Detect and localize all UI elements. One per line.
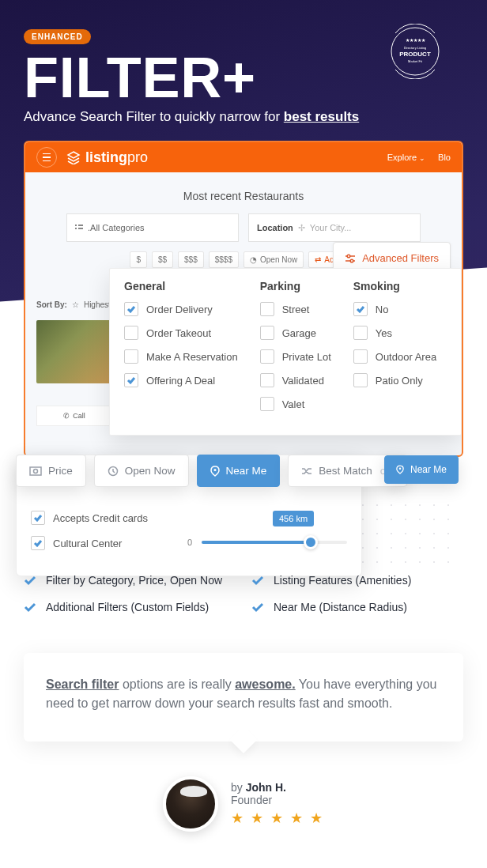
checkbox[interactable]	[31, 536, 45, 550]
svg-point-17	[399, 468, 402, 470]
near-me-button[interactable]: Near Me	[197, 455, 281, 487]
banknote-icon	[29, 466, 42, 476]
star-icon: ☆	[72, 300, 79, 309]
distance-slider[interactable]	[202, 541, 347, 544]
chevron-down-icon: ⌄	[419, 154, 425, 162]
checkbox[interactable]	[260, 373, 274, 387]
sliders-icon: ⇄	[315, 255, 321, 264]
filter-col-general: General	[124, 280, 238, 292]
near-me-side-button[interactable]: Near Me	[384, 455, 459, 484]
advanced-filters-panel: General Order Delivery Order Takeout Mak…	[109, 268, 462, 436]
avatar	[163, 776, 218, 832]
sliders-icon	[345, 254, 356, 263]
checkbox[interactable]	[260, 397, 274, 411]
decorative-dots	[356, 498, 451, 569]
page-subtitle: Advance Search Filter to quickly narrow …	[24, 109, 463, 125]
price-pill-1[interactable]: $	[130, 251, 147, 268]
svg-rect-5	[75, 225, 77, 226]
open-now-button[interactable]: Open Now	[94, 455, 189, 487]
product-seal-badge: ★★★★★ Directory Listing PRODUCT Market F…	[387, 24, 443, 79]
svg-rect-7	[75, 228, 77, 229]
slider-min-label: 0	[187, 538, 192, 547]
svg-point-12	[350, 259, 353, 262]
call-button[interactable]: ✆Call	[36, 406, 112, 426]
location-input[interactable]: Location ✢ Your City...	[248, 213, 421, 242]
feature-item: Filter by Category, Price, Open Now	[24, 574, 236, 587]
checkbox[interactable]	[31, 511, 45, 525]
clock-icon	[108, 466, 119, 477]
star-rating: ★ ★ ★ ★ ★	[231, 810, 324, 827]
open-now-pill[interactable]: ◔Open Now	[244, 251, 304, 268]
feature-item: Listing Features (Amenities)	[251, 574, 463, 587]
checkbox[interactable]	[353, 349, 368, 364]
svg-text:★★★★★: ★★★★★	[406, 38, 425, 43]
price-pill-2[interactable]: $$	[152, 251, 173, 268]
section-title: Most recent Restaurants	[36, 190, 451, 202]
checkbox[interactable]	[124, 349, 138, 364]
testimonial-quote: Search filter options are is really awes…	[24, 653, 463, 742]
svg-point-16	[213, 469, 216, 471]
clock-icon: ◔	[250, 255, 257, 264]
pin-icon	[396, 465, 404, 474]
checkbox[interactable]	[124, 302, 138, 316]
app-screenshot-frame: listingpro Explore ⌄ Blo Most recent Res…	[24, 141, 463, 457]
checkbox[interactable]	[124, 326, 138, 340]
menu-icon[interactable]	[36, 147, 57, 168]
slider-handle[interactable]	[304, 535, 318, 549]
checkbox[interactable]	[353, 373, 368, 387]
svg-rect-13	[30, 467, 41, 475]
svg-text:PRODUCT: PRODUCT	[399, 51, 431, 58]
price-button[interactable]: Price	[16, 455, 86, 487]
checkbox[interactable]	[260, 349, 274, 364]
layers-icon	[66, 150, 81, 164]
author-role: Founder	[231, 794, 324, 806]
price-pill-4[interactable]: $$$$	[209, 251, 239, 268]
svg-text:Directory Listing: Directory Listing	[404, 46, 427, 50]
testimonial-author: by John H. Founder ★ ★ ★ ★ ★	[163, 776, 324, 832]
svg-rect-6	[78, 225, 83, 226]
checkbox[interactable]	[353, 302, 368, 316]
checkbox[interactable]	[260, 326, 274, 340]
nav-blog[interactable]: Blo	[438, 153, 451, 162]
app-topbar: listingpro Explore ⌄ Blo	[25, 142, 462, 172]
slider-value-tag: 456 km	[273, 511, 314, 526]
filter-col-parking: Parking	[260, 280, 331, 292]
feature-item: Additional Filters (Custom Fields)	[24, 601, 236, 613]
pin-icon	[210, 466, 220, 477]
phone-icon: ✆	[63, 412, 70, 420]
listing-thumbnail[interactable]	[36, 320, 112, 383]
logo[interactable]: listingpro	[66, 149, 148, 166]
svg-point-10	[347, 255, 350, 258]
nav-explore[interactable]: Explore ⌄	[387, 153, 425, 162]
feature-item: Near Me (Distance Radius)	[251, 601, 463, 613]
svg-text:Market Fit: Market Fit	[408, 59, 423, 63]
compass-icon: ✢	[298, 223, 305, 233]
shuffle-icon	[301, 466, 312, 476]
checkbox[interactable]	[353, 326, 368, 340]
svg-point-14	[34, 469, 38, 473]
checkbox[interactable]	[260, 302, 274, 316]
price-pill-3[interactable]: $$$	[178, 251, 204, 268]
list-icon	[75, 224, 83, 232]
filter-col-smoking: Smoking	[353, 280, 436, 292]
category-select[interactable]: .All Categories	[66, 213, 239, 242]
enhanced-pill: ENHANCED	[24, 29, 91, 44]
svg-rect-8	[78, 228, 83, 229]
checkbox[interactable]	[124, 373, 138, 387]
